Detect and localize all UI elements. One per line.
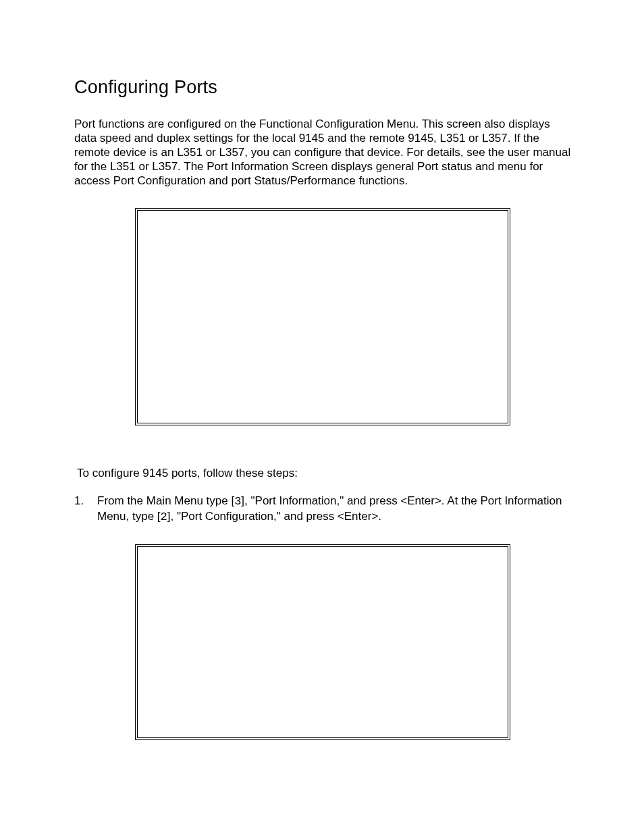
page-title: Configuring Ports (74, 77, 571, 98)
step-number: 1. (74, 494, 97, 523)
screenshot-placeholder-1-wrap (74, 208, 571, 425)
step-text-suffix: ], "Port Configuration," and press <Ente… (167, 510, 381, 523)
step-text-prefix: From the Main Menu type [ (97, 494, 234, 507)
screenshot-placeholder-2 (135, 544, 510, 740)
list-item: 1. From the Main Menu type [3], "Port In… (74, 494, 571, 523)
screenshot-placeholder-1 (135, 208, 510, 425)
step-text-code2: 2 (161, 511, 167, 523)
intro-paragraph: Port functions are configured on the Fun… (74, 117, 571, 188)
steps-intro: To configure 9145 ports, follow these st… (77, 466, 571, 480)
step-text-code1: 3 (234, 495, 241, 508)
step-text: From the Main Menu type [3], "Port Infor… (97, 494, 571, 523)
document-page: Configuring Ports Port functions are con… (0, 0, 644, 834)
screenshot-placeholder-2-wrap (74, 544, 571, 740)
step-list: 1. From the Main Menu type [3], "Port In… (74, 494, 571, 523)
